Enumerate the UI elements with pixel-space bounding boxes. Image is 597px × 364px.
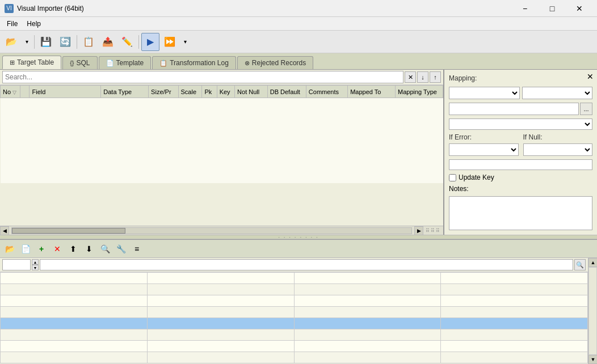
lower-search-button[interactable]: 🔍 — [574, 259, 586, 270]
menu-file[interactable]: File — [2, 19, 22, 29]
lower-table-cell[interactable] — [1, 352, 148, 363]
if-error-select[interactable] — [449, 143, 519, 156]
lower-table-cell[interactable] — [147, 352, 294, 363]
lower-table-cell[interactable] — [441, 318, 588, 329]
vscroll-up-button[interactable]: ▲ — [588, 258, 597, 267]
lower-table-cell[interactable] — [147, 318, 294, 329]
hscroll-track[interactable] — [11, 227, 412, 234]
spin-down-button[interactable]: ▼ — [32, 265, 39, 270]
lower-table-cell[interactable] — [294, 273, 441, 284]
lower-move-down-button[interactable]: ⬇ — [82, 242, 96, 256]
lower-table-cell[interactable] — [1, 329, 148, 341]
open-source-button[interactable]: 📂 — [2, 33, 20, 51]
notes-textarea[interactable] — [449, 196, 592, 230]
no-sort-icon[interactable]: ▽ — [12, 90, 16, 95]
resize-handle[interactable]: · · · · · · · · — [0, 235, 597, 239]
lower-table-cell[interactable] — [441, 341, 588, 352]
dots-button[interactable]: ... — [580, 103, 592, 115]
lower-add-button[interactable]: + — [34, 242, 49, 256]
search-up-button[interactable]: ↑ — [430, 71, 441, 83]
lower-table-cell[interactable] — [441, 352, 588, 363]
if-value-input[interactable] — [449, 159, 592, 171]
minimize-button[interactable]: − — [512, 0, 538, 17]
lower-table-row[interactable] — [1, 341, 588, 352]
lower-table-cell[interactable] — [1, 318, 148, 329]
lower-table-cell[interactable] — [147, 341, 294, 352]
lower-more-button[interactable]: ≡ — [129, 242, 144, 256]
hscroll-right-button[interactable]: ▶ — [414, 226, 423, 235]
lower-search-input[interactable] — [40, 259, 573, 270]
open-dropdown-button[interactable]: ▾ — [22, 33, 32, 51]
lower-table-cell[interactable] — [441, 295, 588, 307]
run-all-button[interactable]: ⏩ — [161, 33, 179, 51]
import-def-button[interactable]: 📋 — [79, 33, 98, 51]
mapping-text-input[interactable] — [449, 103, 579, 115]
menu-help[interactable]: Help — [22, 19, 45, 29]
lower-table-cell[interactable] — [147, 273, 294, 284]
lower-props-button[interactable]: 🔧 — [113, 242, 128, 256]
vscroll-track[interactable] — [588, 267, 597, 355]
lower-table-row[interactable] — [1, 352, 588, 363]
table-scroll[interactable]: No ▽ Field Data Type Size/Pr Scale Pk Ke… — [0, 85, 443, 226]
lower-table-cell[interactable] — [1, 295, 148, 307]
run-dropdown-button[interactable]: ▾ — [180, 33, 190, 51]
row-count-input[interactable]: 100 — [2, 259, 31, 270]
update-key-checkbox[interactable] — [449, 174, 456, 181]
lower-table-cell[interactable] — [147, 284, 294, 295]
lower-table-cell[interactable] — [294, 352, 441, 363]
lower-table-cell[interactable] — [294, 341, 441, 352]
edit-button[interactable]: ✏️ — [118, 33, 136, 51]
lower-table-cell[interactable] — [147, 329, 294, 341]
lower-table-cell[interactable] — [441, 307, 588, 318]
lower-table-row[interactable] — [1, 273, 588, 284]
mapping-select-left[interactable] — [449, 87, 520, 99]
save-button[interactable]: 💾 — [37, 33, 55, 51]
mapping-close-button[interactable]: ✕ — [586, 72, 595, 81]
search-down-button[interactable]: ↓ — [417, 71, 428, 83]
lower-table-cell[interactable] — [294, 307, 441, 318]
if-null-select[interactable] — [523, 143, 593, 156]
lower-grid[interactable] — [0, 272, 588, 364]
export-def-button[interactable]: 📤 — [99, 33, 117, 51]
lower-table-row[interactable] — [1, 295, 588, 307]
refresh-button[interactable]: 🔄 — [56, 33, 74, 51]
lower-table-cell[interactable] — [441, 329, 588, 341]
lower-table-cell[interactable] — [441, 284, 588, 295]
h-scrollbar[interactable]: ◀ ▶ ⠿⠿⠿ — [0, 226, 443, 235]
vscroll-down-button[interactable]: ▼ — [588, 355, 597, 364]
lower-table-cell[interactable] — [1, 273, 148, 284]
search-input[interactable] — [2, 71, 403, 83]
table-row[interactable] — [1, 98, 443, 183]
maximize-button[interactable]: □ — [539, 0, 565, 17]
lower-table-cell[interactable] — [1, 307, 148, 318]
lower-table-cell[interactable] — [294, 284, 441, 295]
mapping-select-right[interactable] — [522, 87, 593, 99]
run-button[interactable]: ▶ — [141, 33, 159, 51]
lower-table-row[interactable] — [1, 318, 588, 329]
lower-table-row[interactable] — [1, 329, 588, 341]
lower-filter-button[interactable]: 🔍 — [98, 242, 112, 256]
lower-new-button[interactable]: 📄 — [18, 242, 33, 256]
lower-table-cell[interactable] — [294, 329, 441, 341]
hscroll-thumb[interactable] — [12, 228, 125, 234]
tab-transformation-log[interactable]: 📋 Transformation Log — [152, 56, 236, 69]
tab-rejected-records[interactable]: ⊗ Rejected Records — [237, 56, 313, 69]
tab-target-table[interactable]: ⊞ Target Table — [2, 56, 61, 69]
lower-table-cell[interactable] — [294, 295, 441, 307]
lower-table-cell[interactable] — [1, 284, 148, 295]
lower-move-up-button[interactable]: ⬆ — [66, 242, 81, 256]
tab-template[interactable]: 📄 Template — [99, 56, 152, 69]
lower-delete-button[interactable]: ✕ — [50, 242, 65, 256]
lower-add-source-button[interactable]: 📂 — [2, 242, 17, 256]
hscroll-left-button[interactable]: ◀ — [0, 226, 9, 235]
spin-up-button[interactable]: ▲ — [32, 259, 39, 265]
search-clear-button[interactable]: ✕ — [405, 71, 416, 83]
lower-table-cell[interactable] — [1, 341, 148, 352]
lower-table-cell[interactable] — [441, 273, 588, 284]
lower-table-cell[interactable] — [294, 318, 441, 329]
lower-table-cell[interactable] — [147, 307, 294, 318]
lower-table-row[interactable] — [1, 307, 588, 318]
lower-table-cell[interactable] — [147, 295, 294, 307]
close-button[interactable]: ✕ — [566, 0, 592, 17]
lower-table-row[interactable] — [1, 284, 588, 295]
